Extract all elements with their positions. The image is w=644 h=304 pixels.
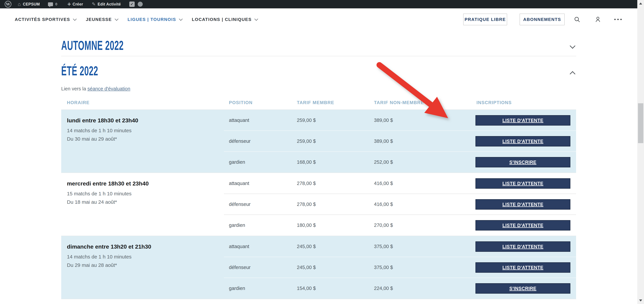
edit-activity-link[interactable]: Edit Activité — [98, 2, 121, 6]
chevron-down-icon — [179, 17, 183, 21]
register-button[interactable]: S'INSCRIRE — [476, 283, 570, 294]
column-header-inscriptions: INSCRIPTIONS — [476, 100, 576, 105]
comments-count[interactable]: 0 — [55, 2, 57, 6]
button-label: LISTE D'ATTENTE — [502, 244, 544, 249]
column-header-tarif-non-membre: TARIF NON-MEMBRE — [367, 100, 476, 105]
non-member-price-cell: 252,00 $ — [367, 159, 476, 165]
evaluation-link-line: Lien vers la séance d'évaluation — [61, 86, 130, 92]
waitlist-button[interactable]: LISTE D'ATTENTE — [476, 136, 570, 147]
waitlist-button[interactable]: LISTE D'ATTENTE — [476, 178, 570, 189]
member-price-cell: 180,00 $ — [290, 222, 367, 228]
table-row: défenseur 259,00 $ 389,00 $ LISTE D'ATTE… — [61, 131, 576, 152]
scrollbar-thumb[interactable] — [638, 103, 643, 143]
table-header-row: HORAIRE POSITION TARIF MEMBRE TARIF NON-… — [61, 96, 576, 110]
nav-item-jeunesse[interactable]: JEUNESSE — [86, 17, 118, 22]
member-price-cell: 168,00 $ — [290, 159, 367, 165]
chevron-down-icon[interactable] — [570, 43, 576, 49]
nav-links: ACTIVITÉS SPORTIVES JEUNESSE LIGUES | TO… — [15, 8, 258, 30]
button-label: LISTE D'ATTENTE — [502, 265, 544, 270]
schedule-group-mercredi: mercredi entre 18h30 et 23h40 15 matchs … — [61, 172, 576, 236]
column-header-horaire: HORAIRE — [61, 100, 224, 105]
position-cell: défenseur — [224, 265, 290, 270]
nav-label: JEUNESSE — [86, 17, 112, 22]
button-label: LISTE D'ATTENTE — [502, 181, 544, 186]
status-circle-icon[interactable] — [138, 2, 143, 7]
site-name-link[interactable]: CEPSUM — [23, 2, 40, 6]
button-label: LISTE D'ATTENTE — [502, 139, 544, 144]
evaluation-prefix: Lien vers la — [61, 86, 88, 91]
position-cell: gardien — [224, 222, 290, 228]
non-member-price-cell: 270,00 $ — [367, 222, 476, 228]
member-price-cell: 259,00 $ — [290, 118, 367, 123]
pricing-table: HORAIRE POSITION TARIF MEMBRE TARIF NON-… — [61, 96, 576, 299]
new-content-link[interactable]: Créer — [72, 2, 83, 6]
chevron-down-icon — [254, 17, 258, 21]
schedule-group-dimanche: dimanche entre 13h20 et 21h30 14 matchs … — [61, 236, 576, 299]
scrollbar-up-icon[interactable] — [637, 0, 644, 7]
member-price-cell: 278,00 $ — [290, 181, 367, 186]
accordion-title-automne-2022[interactable]: AUTOMNE 2022 — [61, 39, 124, 52]
position-cell: attaquant — [224, 181, 290, 186]
plugin-icon[interactable]: ✓ — [129, 1, 135, 7]
accordion-title-ete-2022[interactable]: ÉTÉ 2022 — [61, 64, 98, 77]
table-row: attaquant 278,00 $ 416,00 $ LISTE D'ATTE… — [61, 173, 576, 194]
button-label: LISTE D'ATTENTE — [502, 118, 544, 123]
non-member-price-cell: 375,00 $ — [367, 244, 476, 249]
account-icon[interactable] — [594, 15, 602, 23]
table-row: gardien 154,00 $ 224,00 $ S'INSCRIRE — [61, 278, 576, 299]
chevron-down-icon — [114, 17, 118, 21]
button-label: LISTE D'ATTENTE — [502, 222, 544, 228]
pratique-libre-button[interactable]: PRATIQUE LIBRE — [463, 13, 507, 25]
nav-actions: PRATIQUE LIBRE ABONNEMENTS — [463, 8, 622, 30]
waitlist-button[interactable]: LISTE D'ATTENTE — [476, 241, 570, 252]
abonnements-button[interactable]: ABONNEMENTS — [520, 13, 565, 25]
waitlist-button[interactable]: LISTE D'ATTENTE — [476, 115, 570, 126]
button-label: S'INSCRIRE — [509, 286, 536, 291]
table-row: attaquant 259,00 $ 389,00 $ LISTE D'ATTE… — [61, 110, 576, 131]
nav-item-ligues-tournois[interactable]: LIGUES | TOURNOIS — [128, 17, 182, 22]
nav-label: LIGUES | TOURNOIS — [128, 17, 176, 22]
table-row: gardien 180,00 $ 270,00 $ LISTE D'ATTENT… — [61, 215, 576, 236]
page: W ⌂ CEPSUM 0 + Créer ✎ Edit Activité ✓ A… — [0, 0, 644, 304]
position-cell: attaquant — [224, 244, 290, 249]
chevron-up-icon[interactable] — [570, 71, 576, 77]
table-row: défenseur 245,00 $ 375,00 $ LISTE D'ATTE… — [61, 257, 576, 278]
member-price-cell: 154,00 $ — [290, 286, 367, 291]
position-cell: attaquant — [224, 118, 290, 123]
member-price-cell: 245,00 $ — [290, 244, 367, 249]
wordpress-logo-icon[interactable]: W — [5, 1, 12, 7]
non-member-price-cell: 416,00 $ — [367, 202, 476, 207]
nav-item-locations-cliniques[interactable]: LOCATIONS | CLINIQUES — [192, 17, 258, 22]
pencil-icon: ✎ — [92, 2, 96, 6]
waitlist-button[interactable]: LISTE D'ATTENTE — [476, 262, 570, 273]
waitlist-button[interactable]: LISTE D'ATTENTE — [476, 199, 570, 210]
register-button[interactable]: S'INSCRIRE — [476, 157, 570, 167]
nav-item-activites-sportives[interactable]: ACTIVITÉS SPORTIVES — [15, 17, 76, 22]
more-menu-icon[interactable] — [614, 15, 622, 23]
table-row: défenseur 278,00 $ 416,00 $ LISTE D'ATTE… — [61, 194, 576, 215]
non-member-price-cell: 224,00 $ — [367, 286, 476, 291]
plus-icon: + — [68, 1, 71, 7]
schedule-group-lundi: lundi entre 18h30 et 23h40 14 matchs de … — [61, 110, 576, 172]
non-member-price-cell: 389,00 $ — [367, 118, 476, 123]
position-cell: gardien — [224, 286, 290, 291]
nav-label: LOCATIONS | CLINIQUES — [192, 17, 252, 22]
column-header-position: POSITION — [224, 100, 290, 105]
section-divider — [61, 56, 576, 56]
table-row: attaquant 245,00 $ 375,00 $ LISTE D'ATTE… — [61, 236, 576, 257]
search-icon[interactable] — [573, 15, 581, 23]
scrollbar — [637, 0, 644, 304]
position-cell: gardien — [224, 159, 290, 165]
scrollbar-down-icon[interactable] — [637, 297, 644, 304]
waitlist-button[interactable]: LISTE D'ATTENTE — [476, 220, 570, 231]
non-member-price-cell: 416,00 $ — [367, 181, 476, 186]
button-label: S'INSCRIRE — [509, 159, 536, 165]
position-cell: défenseur — [224, 139, 290, 144]
non-member-price-cell: 389,00 $ — [367, 139, 476, 144]
evaluation-session-link[interactable]: séance d'évaluation — [88, 86, 130, 91]
position-cell: défenseur — [224, 202, 290, 207]
wp-admin-bar: W ⌂ CEPSUM 0 + Créer ✎ Edit Activité ✓ — [0, 0, 637, 8]
button-label: LISTE D'ATTENTE — [502, 202, 544, 207]
main-nav: ACTIVITÉS SPORTIVES JEUNESSE LIGUES | TO… — [0, 8, 637, 30]
home-icon: ⌂ — [18, 2, 21, 7]
